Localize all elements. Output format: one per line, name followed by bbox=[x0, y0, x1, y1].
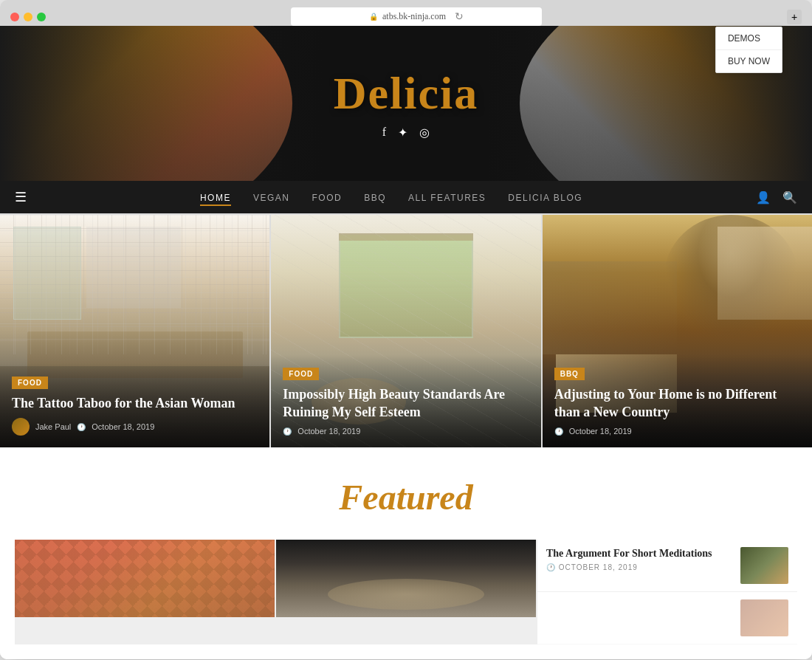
featured-image-2[interactable] bbox=[276, 540, 536, 644]
featured-thumb-2 bbox=[740, 599, 788, 636]
site-title: Delicia bbox=[334, 67, 479, 120]
card-date-3: October 18, 2019 bbox=[569, 427, 632, 436]
user-icon[interactable]: 👤 bbox=[756, 190, 771, 204]
featured-article-content-1: The Argument For Short Meditations 🕐 OCT… bbox=[546, 547, 732, 571]
nav-food[interactable]: FOOD bbox=[312, 193, 342, 203]
url-text: atbs.bk-ninja.com bbox=[382, 11, 446, 22]
card-meta-2: 🕐 October 18, 2019 bbox=[283, 427, 529, 436]
dark-food-image bbox=[276, 540, 536, 617]
featured-article-1[interactable]: The Argument For Short Meditations 🕐 OCT… bbox=[537, 540, 797, 592]
nav-vegan[interactable]: VEGAN bbox=[253, 193, 290, 203]
author-name-1: Jake Paul bbox=[35, 422, 71, 431]
twitter-icon[interactable]: ✦ bbox=[398, 126, 407, 140]
nav-bbq[interactable]: BBQ bbox=[364, 193, 386, 203]
featured-article-title-1: The Argument For Short Meditations bbox=[546, 547, 732, 560]
nav-all-features[interactable]: ALL FEATURES bbox=[408, 193, 486, 203]
browser-chrome: 🔒 atbs.bk-ninja.com ↻ + DEMOS BUY NOW bbox=[0, 0, 812, 26]
hero-card-2[interactable]: FOOD Impossibly High Beauty Standards Ar… bbox=[271, 215, 540, 447]
nav-home[interactable]: HOME bbox=[200, 193, 231, 206]
card-title-1: The Tattoo Taboo for the Asian Woman bbox=[12, 395, 258, 412]
featured-article-date-1: 🕐 OCTOBER 18, 2019 bbox=[546, 563, 732, 571]
browser-dots bbox=[10, 13, 46, 21]
buy-now-menu-item[interactable]: BUY NOW bbox=[716, 50, 782, 72]
card-category-3: BBQ bbox=[554, 368, 585, 380]
nav-icons: 👤 🔍 bbox=[756, 190, 797, 204]
instagram-icon[interactable]: ◎ bbox=[419, 126, 430, 140]
browser-window: 🔒 atbs.bk-ninja.com ↻ + DEMOS BUY NOW De… bbox=[0, 0, 812, 659]
address-bar[interactable]: 🔒 atbs.bk-ninja.com ↻ bbox=[291, 7, 542, 26]
card-category-1: FOOD bbox=[12, 377, 48, 389]
featured-articles-col: The Argument For Short Meditations 🕐 OCT… bbox=[537, 540, 797, 644]
refresh-button[interactable]: ↻ bbox=[455, 10, 464, 23]
red-checkered-image bbox=[15, 540, 275, 617]
social-icons: f ✦ ◎ bbox=[334, 126, 479, 140]
facebook-icon[interactable]: f bbox=[382, 126, 386, 140]
clock-icon-2: 🕐 bbox=[283, 427, 292, 436]
card-overlay-1: FOOD The Tattoo Taboo for the Asian Woma… bbox=[0, 363, 269, 447]
card-date-1: October 18, 2019 bbox=[92, 422, 154, 431]
close-dot[interactable] bbox=[10, 13, 19, 21]
clock-small-icon: 🕐 bbox=[546, 563, 559, 571]
featured-grid: The Argument For Short Meditations 🕐 OCT… bbox=[15, 540, 797, 644]
card-title-3: Adjusting to Your Home is no Different t… bbox=[554, 386, 800, 421]
new-tab-button[interactable]: + bbox=[787, 10, 802, 24]
main-nav: ☰ HOME VEGAN FOOD BBQ ALL FEATURES DELIC… bbox=[0, 181, 812, 213]
card-overlay-2: FOOD Impossibly High Beauty Standards Ar… bbox=[271, 354, 540, 447]
card-meta-1: Jake Paul 🕐 October 18, 2019 bbox=[12, 418, 258, 436]
featured-thumb-1 bbox=[740, 547, 788, 584]
card-date-2: October 18, 2019 bbox=[297, 427, 360, 436]
demos-menu-item[interactable]: DEMOS bbox=[716, 27, 782, 50]
header-content: Delicia f ✦ ◎ bbox=[334, 67, 479, 140]
hero-card-1[interactable]: FOOD The Tattoo Taboo for the Asian Woma… bbox=[0, 215, 269, 447]
minimize-dot[interactable] bbox=[24, 13, 32, 21]
popup-menu: DEMOS BUY NOW bbox=[715, 27, 782, 73]
featured-title: Featured bbox=[15, 477, 797, 518]
search-icon[interactable]: 🔍 bbox=[782, 190, 797, 204]
nav-blog[interactable]: DELICIA BLOG bbox=[508, 193, 582, 203]
featured-section: Featured bbox=[0, 447, 812, 659]
card-title-2: Impossibly High Beauty Standards Are Rui… bbox=[283, 386, 529, 421]
featured-article-2[interactable] bbox=[537, 592, 797, 644]
site-content: Delicia f ✦ ◎ ☰ HOME VEGAN FOOD BBQ ALL … bbox=[0, 26, 812, 659]
card-category-2: FOOD bbox=[283, 368, 319, 380]
hero-card-3[interactable]: BBQ Adjusting to Your Home is no Differe… bbox=[543, 215, 812, 447]
lock-icon: 🔒 bbox=[369, 13, 378, 21]
card-overlay-3: BBQ Adjusting to Your Home is no Differe… bbox=[543, 354, 812, 447]
clock-icon-1: 🕐 bbox=[77, 423, 86, 431]
author-avatar-1 bbox=[12, 418, 30, 436]
card-meta-3: 🕐 October 18, 2019 bbox=[554, 427, 800, 436]
clock-icon-3: 🕐 bbox=[554, 427, 563, 436]
featured-article-content-2 bbox=[546, 599, 732, 602]
hamburger-icon[interactable]: ☰ bbox=[15, 189, 27, 205]
nav-links: HOME VEGAN FOOD BBQ ALL FEATURES DELICIA… bbox=[27, 190, 756, 204]
featured-image-1[interactable] bbox=[15, 540, 275, 644]
hero-grid: FOOD The Tattoo Taboo for the Asian Woma… bbox=[0, 213, 812, 447]
maximize-dot[interactable] bbox=[37, 13, 46, 21]
site-header: Delicia f ✦ ◎ bbox=[0, 26, 812, 181]
